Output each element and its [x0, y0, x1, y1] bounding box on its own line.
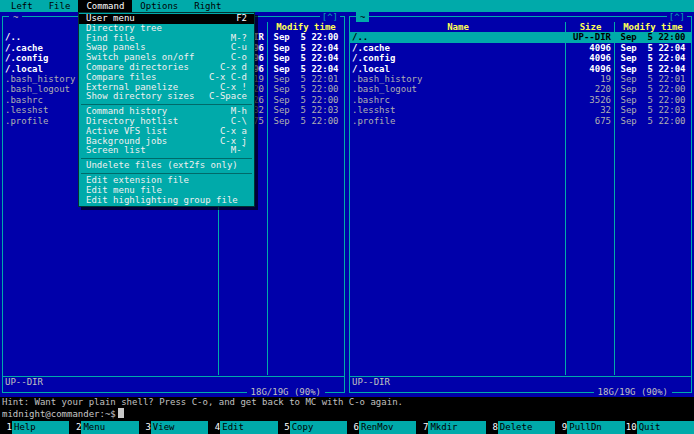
- file-row[interactable]: .profile675Sep 5 22:00: [350, 116, 691, 126]
- menu-file[interactable]: File: [41, 0, 79, 12]
- menu-item-screen-list[interactable]: Screen listM-`: [79, 146, 254, 156]
- file-row[interactable]: .bash_logout220Sep 5 22:00: [350, 84, 691, 94]
- left-panel-history-button[interactable]: [^]: [320, 12, 340, 22]
- mini-status-separator: [3, 376, 344, 377]
- file-row[interactable]: /.local4096Sep 5 22:04: [350, 64, 691, 74]
- right-mini-status: UP--DIR: [350, 377, 691, 387]
- column-header-mtime[interactable]: Modify time: [615, 22, 691, 32]
- menu-bar: Left File Command Options Right: [0, 0, 694, 12]
- menu-right[interactable]: Right: [186, 0, 229, 12]
- panel-empty-area: [350, 126, 691, 376]
- fkey-quit[interactable]: 10Quit: [625, 421, 694, 434]
- file-row[interactable]: .bashrc3526Sep 5 22:00: [350, 95, 691, 105]
- menu-left[interactable]: Left: [3, 0, 41, 12]
- file-row[interactable]: .bash_history19Sep 5 22:01: [350, 74, 691, 84]
- command-dropdown-menu: User menuF2 Directory tree Find fileM-? …: [78, 12, 255, 207]
- fkey-mkdir[interactable]: 7Mkdir: [416, 421, 485, 434]
- file-row[interactable]: .lesshst32Sep 5 22:03: [350, 105, 691, 115]
- fkey-delete[interactable]: 8Delete: [486, 421, 555, 434]
- column-header-name[interactable]: Name: [350, 22, 566, 32]
- right-panel: ~ [^] Name Size Modify time /..UP--DIRSe…: [347, 12, 694, 397]
- prompt-text: midnight@commander:~$: [2, 409, 116, 419]
- menu-separator: [79, 102, 254, 107]
- fkey-copy[interactable]: 5Copy: [278, 421, 347, 434]
- right-panel-path[interactable]: ~: [356, 12, 369, 22]
- left-mini-status: UP--DIR: [3, 377, 344, 387]
- hint-line: Hint: Want your plain shell? Press C-o, …: [0, 397, 694, 408]
- right-panel-history-button[interactable]: [^]: [667, 12, 687, 22]
- column-header-mtime[interactable]: Modify time: [268, 22, 344, 32]
- function-key-bar: 1Help 2Menu 3View 4Edit 5Copy 6RenMov 7M…: [0, 421, 694, 434]
- mini-status-separator: [350, 376, 691, 377]
- menu-separator: [79, 171, 254, 176]
- right-disk-usage: 18G/19G (90%): [594, 388, 672, 397]
- file-row[interactable]: /.cache4096Sep 5 22:04: [350, 43, 691, 53]
- fkey-edit[interactable]: 4Edit: [208, 421, 277, 434]
- text-cursor: [118, 408, 124, 418]
- menu-item-edit-highlighting-group-file[interactable]: Edit highlighting group file: [79, 196, 254, 206]
- menu-separator: [79, 156, 254, 161]
- menu-item-undelete-files[interactable]: Undelete files (ext2fs only): [79, 161, 254, 171]
- file-row-selected[interactable]: /..UP--DIRSep 5 22:00: [350, 32, 691, 42]
- right-panel-body: Name Size Modify time /..UP--DIRSep 5 22…: [350, 22, 691, 387]
- column-header-size[interactable]: Size: [566, 22, 615, 32]
- mc-screen: Left File Command Options Right ~ [^] Na…: [0, 0, 694, 434]
- right-panel-column-headers: Name Size Modify time: [350, 22, 691, 32]
- command-line[interactable]: midnight@commander:~$: [0, 408, 694, 421]
- fkey-pulldn[interactable]: 9PullDn: [555, 421, 624, 434]
- left-disk-usage: 18G/19G (90%): [247, 388, 325, 397]
- file-row[interactable]: /.config4096Sep 5 22:04: [350, 53, 691, 63]
- fkey-menu[interactable]: 2Menu: [69, 421, 138, 434]
- fkey-renmov[interactable]: 6RenMov: [347, 421, 416, 434]
- left-panel-path[interactable]: ~: [9, 12, 22, 22]
- fkey-view[interactable]: 3View: [139, 421, 208, 434]
- menu-item-show-directory-sizes[interactable]: Show directory sizesC-Space: [79, 92, 254, 102]
- menu-command[interactable]: Command: [78, 0, 132, 12]
- menu-options[interactable]: Options: [132, 0, 186, 12]
- fkey-help[interactable]: 1Help: [0, 421, 69, 434]
